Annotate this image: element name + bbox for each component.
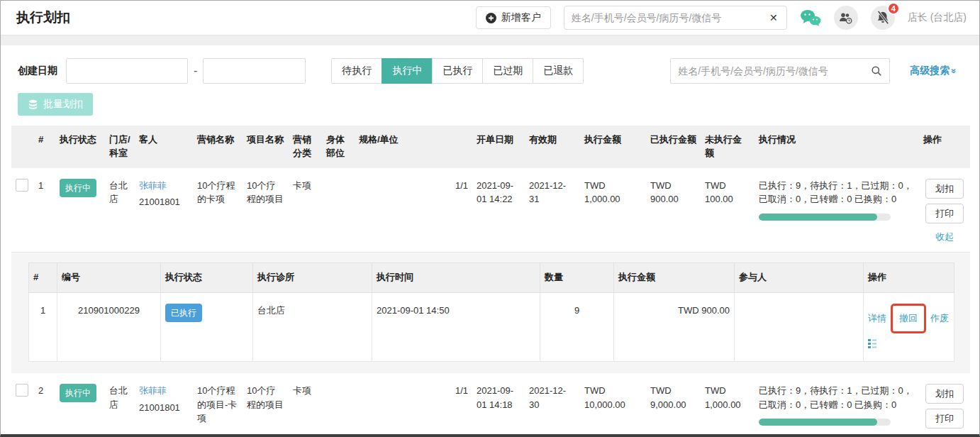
- customer-id: 21001801: [139, 195, 189, 209]
- col-order-date: 开单日期: [472, 126, 525, 168]
- page-title: 执行划扣: [16, 9, 70, 27]
- deduct-button[interactable]: 划扣: [925, 179, 964, 199]
- unexecuted-amount-cell: TWD 100.00: [701, 168, 755, 253]
- filter-search-box: [670, 58, 890, 84]
- clinic-cell: 台北店: [253, 293, 372, 362]
- search-icon[interactable]: [871, 65, 882, 77]
- queue-people-icon[interactable]: [834, 6, 858, 30]
- col-exec-status: 执行状态: [55, 126, 105, 168]
- quantity-cell: 9: [540, 293, 614, 362]
- tab-executing[interactable]: 执行中: [382, 58, 433, 84]
- date-from-input[interactable]: [66, 58, 188, 84]
- app-window: 执行划扣 新增客户 ✕: [0, 0, 980, 437]
- execution-record-row: 1 210901000229 已执行 台北店 2021-09-01 14:50 …: [29, 293, 954, 362]
- detail-link[interactable]: 详情: [868, 311, 886, 326]
- executed-status-badge: 已执行: [165, 304, 202, 322]
- table-row: 1 执行中 台北店 张菲菲 21001801 10个疗程的卡项 10个疗程的项目…: [11, 168, 970, 253]
- top-bar-actions: 新增客户 ✕: [476, 6, 967, 30]
- notification-badge: 4: [887, 2, 900, 15]
- withdraw-highlight-box: 撤回: [891, 304, 926, 333]
- col-marketing-name: 营销名称: [193, 126, 243, 168]
- sub-col-index: #: [29, 263, 57, 293]
- exec-summary: 已执行：9，待执行：1，已过期：0，已取消：0，已转赠：0 已换购：0: [759, 384, 915, 411]
- progress-bar: [759, 214, 891, 221]
- execution-records-table: # 编号 执行状态 执行诊所 执行时间 数量 执行金额 参与人 操作: [28, 262, 954, 362]
- advanced-search-link[interactable]: 高级搜索 »: [910, 65, 957, 77]
- col-body-part: 身体部位: [322, 126, 355, 168]
- batch-deduct-label: 批量划扣: [43, 98, 83, 111]
- row-index: 1: [34, 168, 55, 253]
- sub-col-amount: 执行金额: [614, 263, 735, 293]
- stack-icon: [28, 99, 38, 110]
- select-column-header: [11, 126, 34, 168]
- print-button[interactable]: 打印: [925, 409, 964, 428]
- tab-pending[interactable]: 待执行: [331, 58, 382, 84]
- participants-cell: [735, 293, 864, 362]
- exec-time-cell: 2021-09-01 14:50: [372, 293, 540, 362]
- sub-col-clinic: 执行诊所: [253, 263, 372, 293]
- validity-cell: 2021-12-31: [525, 168, 580, 253]
- sub-col-participants: 参与人: [735, 263, 864, 293]
- tab-expired[interactable]: 已过期: [482, 58, 533, 84]
- table-row: 2 执行中 台北店 张菲菲 21001801 10个疗程的项目-卡项 10个疗程…: [11, 373, 970, 437]
- col-project-name: 项目名称: [243, 126, 289, 168]
- advanced-search-label: 高级搜索: [910, 65, 950, 77]
- sub-col-operations: 操作: [864, 263, 954, 293]
- customer-name-link[interactable]: 张菲菲: [139, 384, 189, 398]
- batch-deduct-button[interactable]: 批量划扣: [18, 93, 93, 116]
- order-date-cell: 2021-09-01 14:22: [472, 168, 525, 253]
- col-index: #: [34, 126, 55, 168]
- add-customer-button[interactable]: 新增客户: [476, 6, 551, 29]
- col-exec-amount: 执行金额: [580, 126, 646, 168]
- record-operations: 详情 撤回 作废: [868, 304, 950, 333]
- wechat-icon[interactable]: [800, 9, 821, 27]
- col-customer: 客人: [135, 126, 193, 168]
- exec-amount-cell: TWD 10,000.00: [580, 373, 646, 437]
- row-checkbox[interactable]: [16, 179, 28, 192]
- store-cell: 台北店: [105, 168, 135, 253]
- status-badge: 执行中: [60, 384, 96, 402]
- body-part-cell: [322, 168, 355, 253]
- plus-circle-icon: [486, 13, 496, 23]
- marketing-name-cell: 10个疗程的卡项: [193, 168, 243, 253]
- store-cell: 台北店: [105, 373, 135, 437]
- row-index: 2: [34, 373, 55, 437]
- add-customer-label: 新增客户: [501, 11, 541, 24]
- print-button[interactable]: 打印: [925, 204, 964, 223]
- tab-refunded[interactable]: 已退款: [533, 58, 584, 84]
- project-name-cell: 10个疗程的项目: [243, 168, 289, 253]
- customer-name-link[interactable]: 张菲菲: [139, 179, 189, 193]
- withdraw-link[interactable]: 撤回: [899, 313, 918, 323]
- marketing-name-cell: 10个疗程的项目-卡项: [193, 373, 243, 437]
- spec-unit-cell: 1/1: [355, 373, 472, 437]
- notification-bell-icon[interactable]: 4: [871, 6, 895, 30]
- order-date-cell: 2021-09-01 14:18: [472, 373, 525, 437]
- executed-amount-cell: TWD 9,000.00: [646, 373, 701, 437]
- sub-col-time: 执行时间: [372, 263, 540, 293]
- progress-bar: [759, 419, 891, 426]
- tab-executed[interactable]: 已执行: [432, 58, 483, 84]
- sub-row-index: 1: [29, 293, 57, 362]
- current-user-label: 店长 (台北店): [908, 11, 967, 24]
- unexecuted-amount-cell: TWD 1,000.00: [701, 373, 755, 437]
- progress-fill: [759, 419, 877, 426]
- header-search-input[interactable]: [572, 12, 768, 23]
- validity-cell: 2021-12-30: [525, 373, 580, 437]
- col-spec-unit: 规格/单位: [355, 126, 472, 168]
- filter-search-input[interactable]: [678, 65, 871, 77]
- executed-amount-cell: TWD 900.00: [646, 168, 701, 253]
- deduction-table: # 执行状态 门店/科室 客人 营销名称 项目名称 营销分类 身体部位 规格/单…: [11, 126, 970, 437]
- expanded-detail-row: # 编号 执行状态 执行诊所 执行时间 数量 执行金额 参与人 操作: [11, 253, 970, 373]
- sub-col-quantity: 数量: [540, 263, 614, 293]
- deduct-button[interactable]: 划扣: [925, 384, 964, 404]
- date-to-input[interactable]: [203, 58, 306, 84]
- row-checkbox[interactable]: [16, 384, 28, 397]
- void-link[interactable]: 作废: [930, 311, 949, 326]
- collapse-link[interactable]: 收起: [935, 230, 954, 244]
- top-bar: 执行划扣 新增客户 ✕: [1, 1, 979, 35]
- clear-search-icon[interactable]: ✕: [768, 12, 779, 23]
- status-badge: 执行中: [60, 179, 96, 197]
- record-list-icon[interactable]: [868, 339, 877, 349]
- chevron-down-icon: »: [950, 69, 959, 74]
- marketing-category-cell: 卡项: [289, 168, 322, 253]
